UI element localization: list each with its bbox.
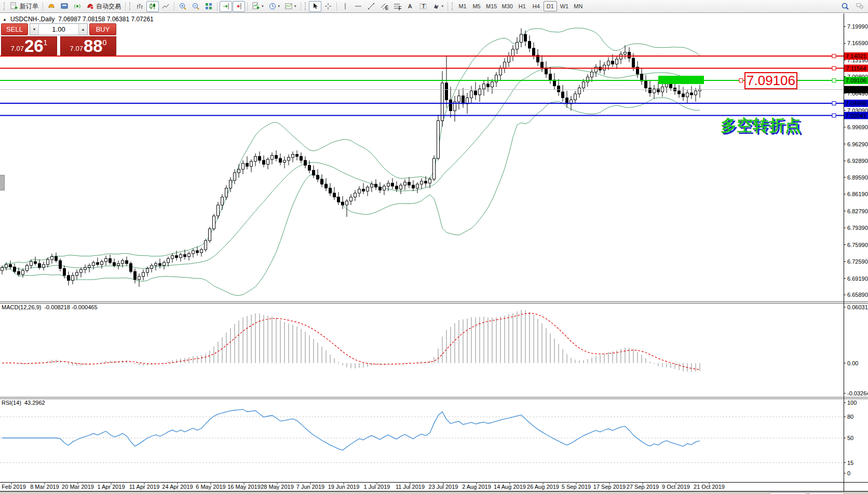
indicators-button[interactable]: ▾	[250, 1, 266, 12]
highlight-box[interactable]	[658, 76, 704, 84]
volume-increase-button[interactable]: ▲	[78, 24, 87, 35]
level-line-handle[interactable]	[832, 79, 836, 83]
candle-body	[63, 268, 66, 275]
candle-body	[491, 82, 494, 87]
bar-chart-icon	[135, 2, 144, 10]
periods-button[interactable]: ▾	[266, 1, 282, 12]
volume-decrease-button[interactable]: ▼	[30, 24, 39, 35]
zoom-in-icon	[179, 2, 187, 10]
text-button[interactable]: A	[404, 1, 416, 12]
candle-body	[591, 72, 593, 77]
candle	[259, 152, 261, 163]
timeframe-button-H4[interactable]: H4	[530, 1, 543, 11]
auto-trading-button[interactable]: 自动交易	[84, 1, 123, 12]
timeframe-button-M5[interactable]: M5	[470, 1, 483, 11]
buy-price-small: 7.07	[70, 45, 83, 52]
candle-body	[200, 250, 203, 253]
volume-stepper[interactable]: ▼ 1.00 ▲	[30, 23, 88, 35]
candle-body	[582, 82, 585, 88]
svg-text:A: A	[408, 3, 412, 9]
candle-body	[126, 260, 128, 264]
toolbar-grip[interactable]	[305, 2, 307, 10]
level-line-handle[interactable]	[832, 54, 836, 58]
candle	[495, 72, 498, 87]
zoom-out-button[interactable]	[189, 1, 202, 12]
candle-body	[354, 193, 357, 197]
price-callout[interactable]: 7.09106	[744, 72, 797, 89]
chat-button[interactable]	[853, 1, 866, 12]
timeframe-button-MN[interactable]: MN	[572, 1, 585, 11]
text-label-button[interactable]: T	[417, 1, 429, 12]
sell-button[interactable]: SELL	[1, 23, 28, 35]
timeframe-button-M15[interactable]: M15	[484, 1, 499, 11]
candle	[246, 156, 249, 169]
toolbar-separator	[247, 2, 248, 11]
volume-value[interactable]: 1.00	[39, 24, 78, 35]
candle-body	[404, 182, 406, 185]
toolbar-grip[interactable]	[4, 2, 6, 10]
candle	[80, 268, 83, 278]
new-order-button[interactable]: 新订单	[8, 1, 40, 12]
search-button[interactable]	[839, 1, 851, 12]
callout-anchor[interactable]	[739, 79, 743, 83]
templates-button[interactable]: ▾	[282, 1, 299, 12]
chart-shift-button[interactable]	[233, 1, 245, 12]
timeframe-button-W1[interactable]: W1	[558, 1, 571, 11]
dropdown-arrow-icon: ▾	[442, 4, 444, 8]
equidistant-channel-button[interactable]: E	[378, 1, 390, 12]
chart-canvas[interactable]: 7.199907.165907.131907.098907.064907.030…	[0, 0, 868, 494]
line-chart-button[interactable]	[159, 1, 172, 12]
rsi-tick-label: 50	[847, 435, 853, 441]
dropdown-arrow-icon: ▾	[262, 4, 264, 8]
tile-windows-button[interactable]	[202, 1, 215, 12]
candle	[229, 177, 232, 193]
candle-body	[358, 189, 361, 193]
candle	[308, 160, 311, 173]
zoom-in-button[interactable]	[177, 1, 189, 12]
timeframe-button-D1[interactable]: D1	[544, 1, 557, 11]
date-label: 5 Sep 2019	[562, 484, 591, 490]
candle	[445, 56, 448, 107]
toolbar-grip[interactable]	[452, 2, 454, 10]
annotation-text[interactable]: 多空转折点	[721, 115, 801, 136]
buy-button[interactable]: BUY	[89, 23, 116, 35]
candle-body	[616, 59, 618, 64]
bar-chart-button[interactable]	[133, 1, 146, 12]
candle	[337, 192, 340, 205]
left-edge-handle[interactable]	[0, 175, 5, 190]
market-button[interactable]	[45, 1, 58, 12]
candle	[636, 61, 639, 78]
candle-body	[508, 56, 510, 62]
trendline-button[interactable]	[365, 1, 377, 12]
fibonacci-button[interactable]: F	[391, 1, 403, 12]
date-label: 8 Mar 2019	[30, 484, 59, 490]
candle-body	[603, 65, 606, 70]
candle-body	[512, 49, 514, 56]
date-label: 27 Sep 2019	[627, 484, 659, 490]
cursor-button[interactable]	[309, 1, 321, 12]
candle-body	[375, 184, 377, 187]
auto-scroll-button[interactable]	[220, 1, 232, 12]
toolbar-grip[interactable]	[129, 2, 131, 10]
vertical-line-button[interactable]	[339, 1, 351, 12]
candle	[26, 264, 29, 272]
signals-button[interactable]	[71, 1, 84, 12]
sell-price-display[interactable]: 7.07261	[1, 36, 57, 56]
candle	[462, 88, 465, 107]
price-badge-label: 7.04499	[846, 100, 866, 106]
horizontal-line-button[interactable]	[352, 1, 364, 12]
candlestick-chart-button[interactable]	[146, 1, 159, 12]
arrows-button[interactable]: ▾	[430, 1, 446, 12]
buy-price-display[interactable]: 7.07880	[60, 36, 116, 56]
candle	[528, 35, 531, 52]
level-line-handle[interactable]	[832, 66, 836, 70]
timeframe-button-M1[interactable]: M1	[456, 1, 469, 11]
crosshair-button[interactable]	[322, 1, 334, 12]
level-line-handle[interactable]	[832, 102, 836, 105]
editor-button[interactable]	[58, 1, 71, 12]
timeframe-button-M30[interactable]: M30	[499, 1, 514, 11]
timeframe-button-H1[interactable]: H1	[516, 1, 529, 11]
date-label: 11 Jul 2019	[396, 484, 425, 490]
level-line-handle[interactable]	[832, 114, 836, 117]
collapse-marker-icon[interactable]: ▲	[3, 17, 7, 22]
